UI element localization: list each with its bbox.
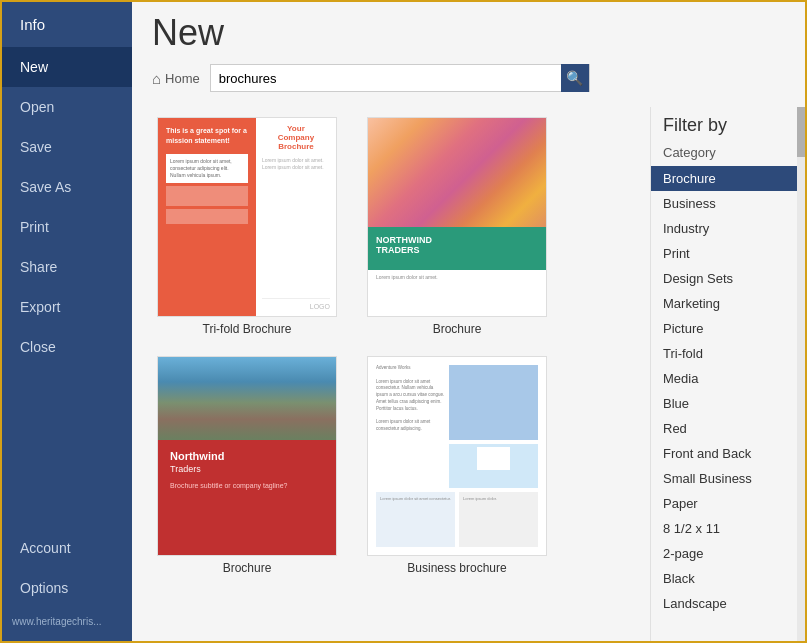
- brochure3-thumb: Northwind Traders Brochure subtitle or c…: [157, 356, 337, 556]
- filter-item-print[interactable]: Print: [651, 241, 805, 266]
- filter-category-label: Category: [651, 141, 805, 166]
- filter-item-tri-fold[interactable]: Tri-fold: [651, 341, 805, 366]
- filter-item-design-sets[interactable]: Design Sets: [651, 266, 805, 291]
- sidebar-item-open[interactable]: Open: [2, 87, 132, 127]
- filter-item-front-and-back[interactable]: Front and Back: [651, 441, 805, 466]
- filter-item-brochure[interactable]: Brochure: [651, 166, 805, 191]
- main-content: New ⌂ Home 🔍 This is a great spot for a …: [132, 2, 805, 643]
- filter-title: Filter by: [651, 115, 805, 141]
- filter-panel: Filter by Category BrochureBusinessIndus…: [650, 107, 805, 643]
- filter-item-red[interactable]: Red: [651, 416, 805, 441]
- template-brochure2-label: Brochure: [433, 322, 482, 336]
- filter-item-marketing[interactable]: Marketing: [651, 291, 805, 316]
- search-button[interactable]: 🔍: [561, 64, 589, 92]
- sidebar-item-share[interactable]: Share: [2, 247, 132, 287]
- filter-items-container: BrochureBusinessIndustryPrintDesign Sets…: [651, 166, 805, 616]
- filter-item-media[interactable]: Media: [651, 366, 805, 391]
- template-brochure3-label: Brochure: [223, 561, 272, 575]
- template-business-label: Business brochure: [407, 561, 506, 575]
- filter-item-8-1/2-x-11[interactable]: 8 1/2 x 11: [651, 516, 805, 541]
- sidebar-bottom: Account Options www.heritagechris...: [2, 528, 132, 643]
- filter-item-paper[interactable]: Paper: [651, 491, 805, 516]
- filter-item-blue[interactable]: Blue: [651, 391, 805, 416]
- sidebar-item-save-as[interactable]: Save As: [2, 167, 132, 207]
- sidebar-item-info[interactable]: Info: [2, 2, 132, 47]
- template-brochure2[interactable]: NORTHWINDTRADERS Lorem ipsum dolor sit a…: [362, 117, 552, 336]
- page-title: New: [152, 12, 785, 54]
- sidebar-item-print[interactable]: Print: [2, 207, 132, 247]
- trifold-thumb: This is a great spot for a mission state…: [157, 117, 337, 317]
- template-trifold[interactable]: This is a great spot for a mission state…: [152, 117, 342, 336]
- search-row: ⌂ Home 🔍: [152, 64, 785, 92]
- search-input[interactable]: [211, 65, 561, 91]
- home-icon: ⌂: [152, 70, 161, 87]
- sidebar-item-new[interactable]: New: [2, 47, 132, 87]
- template-trifold-label: Tri-fold Brochure: [203, 322, 292, 336]
- sidebar-item-options[interactable]: Options: [2, 568, 132, 608]
- sidebar: Info New Open Save Save As Print Share E…: [2, 2, 132, 643]
- search-box: 🔍: [210, 64, 590, 92]
- main-header: New ⌂ Home 🔍: [132, 2, 805, 107]
- sidebar-item-close[interactable]: Close: [2, 327, 132, 367]
- filter-item-business[interactable]: Business: [651, 191, 805, 216]
- template-business[interactable]: Adventure Works Lorem ipsum dolor sit am…: [362, 356, 552, 575]
- home-link[interactable]: ⌂ Home: [152, 70, 200, 87]
- templates-container: This is a great spot for a mission state…: [132, 107, 805, 643]
- sidebar-item-account[interactable]: Account: [2, 528, 132, 568]
- home-label: Home: [165, 71, 200, 86]
- brochure2-thumb: NORTHWINDTRADERS Lorem ipsum dolor sit a…: [367, 117, 547, 317]
- filter-item-landscape[interactable]: Landscape: [651, 591, 805, 616]
- filter-item-black[interactable]: Black: [651, 566, 805, 591]
- sidebar-item-export[interactable]: Export: [2, 287, 132, 327]
- sidebar-url: www.heritagechris...: [2, 608, 132, 635]
- templates-grid: This is a great spot for a mission state…: [132, 107, 650, 643]
- template-brochure3[interactable]: Northwind Traders Brochure subtitle or c…: [152, 356, 342, 575]
- business-thumb: Adventure Works Lorem ipsum dolor sit am…: [367, 356, 547, 556]
- sidebar-item-save[interactable]: Save: [2, 127, 132, 167]
- filter-item-industry[interactable]: Industry: [651, 216, 805, 241]
- filter-item-picture[interactable]: Picture: [651, 316, 805, 341]
- filter-item-small-business[interactable]: Small Business: [651, 466, 805, 491]
- filter-item-2-page[interactable]: 2-page: [651, 541, 805, 566]
